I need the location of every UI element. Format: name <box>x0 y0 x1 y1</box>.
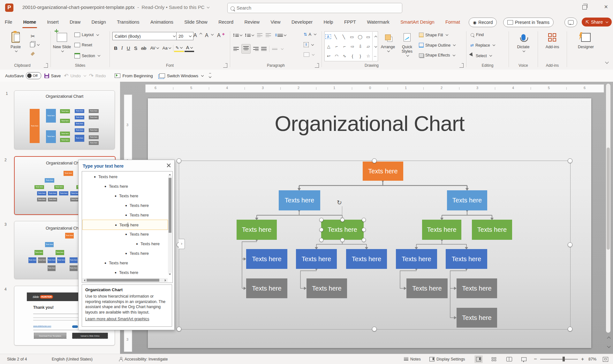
shape-resize-handle[interactable] <box>340 238 344 242</box>
text-box-shape-icon[interactable]: A <box>325 34 331 39</box>
freeform-shape-icon[interactable]: ↩ <box>325 54 332 58</box>
line-spacing-button[interactable]: ⇕ <box>274 33 286 37</box>
shape-resize-handle[interactable] <box>340 218 344 222</box>
convert-to-smartart-button[interactable] <box>304 52 314 57</box>
smartart-help-link[interactable]: Learn more about SmartArt graphics <box>85 317 169 321</box>
accessibility-status[interactable]: Accessibility: Investigate <box>119 354 168 364</box>
find-button[interactable]: Find <box>470 33 484 37</box>
block-arrow-right-icon[interactable]: ⇨ <box>349 44 356 49</box>
increase-indent-icon[interactable] <box>266 33 271 38</box>
character-spacing-button[interactable]: AV <box>148 45 160 51</box>
grow-font-button[interactable]: A <box>193 33 202 38</box>
resize-handle[interactable] <box>177 327 181 331</box>
elbow-connector-icon[interactable]: ⌐ <box>333 44 340 49</box>
present-in-teams-button[interactable]: Present in Teams <box>503 18 554 27</box>
font-name-select[interactable]: Calibri (Body) <box>112 32 178 40</box>
scroll-up-icon[interactable] <box>169 173 171 175</box>
share-button[interactable]: ⇱ Share <box>582 18 612 27</box>
scrollbar-thumb[interactable] <box>169 178 171 233</box>
highlight-color-button[interactable]: ✎ <box>174 44 184 52</box>
shrink-font-button[interactable]: A <box>205 33 213 38</box>
designer-button[interactable]: Designer <box>576 31 596 49</box>
new-slide-button[interactable]: New Slide <box>53 31 71 54</box>
reset-button[interactable]: Reset <box>74 43 92 47</box>
font-color-button[interactable]: A <box>185 44 194 52</box>
decrease-indent-icon[interactable] <box>257 33 262 38</box>
zoom-level[interactable]: 87% <box>588 354 596 364</box>
text-pane-item[interactable]: ●Texts here <box>125 201 149 210</box>
tab-format[interactable]: Format <box>441 15 465 29</box>
align-center-button[interactable] <box>241 44 251 54</box>
display-settings-button[interactable]: Display Settings <box>429 354 465 364</box>
left-brace-shape-icon[interactable]: { <box>349 54 356 58</box>
text-pane-vscrollbar[interactable] <box>168 176 172 273</box>
paste-button[interactable]: Paste <box>6 31 25 54</box>
slide-canvas[interactable]: Organizational Chart <box>148 98 591 348</box>
text-pane-item[interactable]: ●Texts here <box>136 239 160 248</box>
tab-design[interactable]: Design <box>87 15 111 29</box>
fit-to-window-button[interactable] <box>603 354 608 364</box>
close-window-icon[interactable]: × <box>602 3 610 11</box>
star-shape-icon[interactable]: ☆ <box>365 54 372 58</box>
text-pane-item[interactable]: ●Texts here <box>125 248 149 258</box>
shape-resize-handle[interactable] <box>319 238 323 242</box>
autosave-toggle[interactable]: AutoSave Off <box>5 72 41 79</box>
tab-home[interactable]: Home <box>19 15 41 29</box>
scrollbar-thumb[interactable] <box>607 148 610 250</box>
change-case-button[interactable]: Aa <box>161 45 172 51</box>
tab-review[interactable]: Review <box>239 15 264 29</box>
tab-file[interactable]: File <box>0 15 17 29</box>
from-beginning-button[interactable]: From Beginning <box>115 73 153 78</box>
switch-windows-button[interactable]: Switch Windows <box>159 73 203 78</box>
powerpoint-app-icon[interactable]: P <box>5 4 13 12</box>
align-text-button[interactable]: ⇕ <box>304 42 314 47</box>
bullets-button[interactable] <box>233 33 242 37</box>
text-direction-button[interactable]: ⇅A <box>304 32 316 37</box>
columns-button[interactable] <box>272 48 277 50</box>
shape-resize-handle[interactable] <box>362 238 366 242</box>
clear-formatting-button[interactable]: A <box>217 33 225 38</box>
tab-insert[interactable]: Insert <box>42 15 64 29</box>
text-pane-item[interactable]: ●Texts here <box>125 210 149 220</box>
tab-fppt[interactable]: FPPT <box>339 15 361 29</box>
rectangle-shape-icon[interactable]: ▭ <box>348 34 355 39</box>
record-button[interactable]: ◉ Record <box>469 18 497 27</box>
right-brace-shape-icon[interactable]: } <box>357 54 364 58</box>
scroll-left-icon[interactable] <box>83 279 85 282</box>
slideshow-view-button[interactable] <box>520 354 528 364</box>
next-slide-button[interactable] <box>605 343 612 351</box>
tab-watermark[interactable]: Watermark <box>362 15 394 29</box>
font-dialog-launcher[interactable] <box>223 64 227 68</box>
search-input[interactable] <box>236 5 371 11</box>
clipboard-dialog-launcher[interactable] <box>44 64 48 68</box>
chevron-down-icon[interactable] <box>207 6 209 8</box>
resize-handle[interactable] <box>177 158 181 163</box>
comments-button[interactable] <box>564 18 577 27</box>
tab-draw[interactable]: Draw <box>65 15 85 29</box>
text-pane-item-selected[interactable]: ●Texts here <box>82 220 168 230</box>
resize-handle[interactable] <box>568 158 572 163</box>
shape-resize-handle[interactable] <box>362 218 366 222</box>
collapse-ribbon-icon[interactable] <box>605 60 609 64</box>
oval-shape-icon[interactable]: ◯ <box>357 34 364 39</box>
justify-button[interactable] <box>261 46 267 51</box>
slide-sorter-view-button[interactable] <box>490 354 498 364</box>
tab-animations[interactable]: Animations <box>146 15 178 29</box>
text-pane-item[interactable]: ●Texts here <box>104 258 128 268</box>
rounded-rectangle-shape-icon[interactable]: ▭ <box>365 34 372 39</box>
undo-button[interactable]: ↶Undo <box>64 72 86 79</box>
qat-overflow-button[interactable] <box>209 73 211 79</box>
dictate-button[interactable]: Dictate <box>514 31 533 54</box>
text-pane-item[interactable]: ●Texts here <box>125 229 149 239</box>
shape-resize-handle[interactable] <box>319 228 323 232</box>
bold-button[interactable]: B <box>112 45 119 51</box>
resize-handle[interactable] <box>568 327 572 331</box>
copy-button[interactable] <box>30 42 39 47</box>
block-arrow-down-icon[interactable]: ⇩ <box>357 44 364 49</box>
tab-help[interactable]: Help <box>319 15 338 29</box>
shape-resize-handle[interactable] <box>319 218 323 222</box>
shape-outline-button[interactable]: Shape Outline <box>419 43 455 48</box>
tab-record[interactable]: Record <box>214 15 238 29</box>
shape-fill-button[interactable]: Shape Fill <box>419 33 448 37</box>
text-pane-item[interactable]: ●Texts here <box>115 191 138 201</box>
